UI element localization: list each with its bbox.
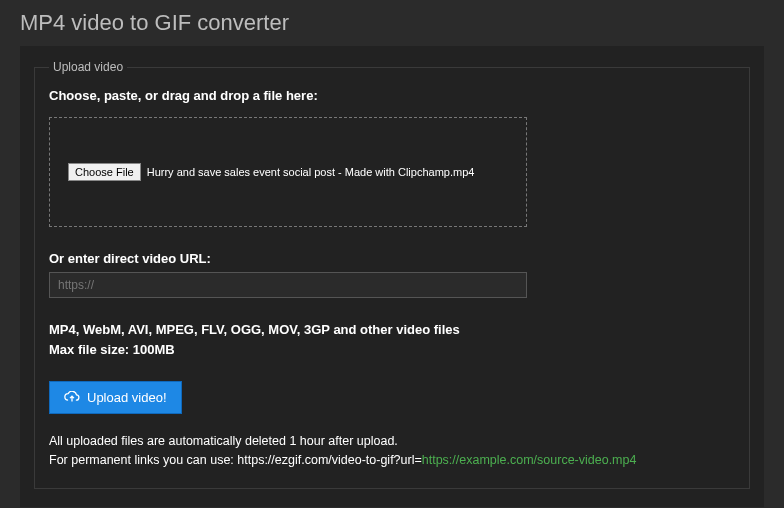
url-label: Or enter direct video URL:	[49, 251, 735, 266]
upload-legend: Upload video	[49, 60, 127, 74]
upload-button[interactable]: Upload video!	[49, 381, 182, 414]
cloud-upload-icon	[64, 391, 80, 404]
file-row: Choose File Hurry and save sales event s…	[68, 163, 474, 181]
maxsize-line: Max file size: 100MB	[49, 340, 735, 360]
choose-file-button[interactable]: Choose File	[68, 163, 141, 181]
upload-note: All uploaded files are automatically del…	[49, 432, 735, 470]
upload-button-label: Upload video!	[87, 390, 167, 405]
note-permalink: For permanent links you can use: https:/…	[49, 451, 735, 470]
supported-formats: MP4, WebM, AVI, MPEG, FLV, OGG, MOV, 3GP…	[49, 320, 735, 359]
note-permalink-prefix: For permanent links you can use: https:/…	[49, 453, 422, 467]
upload-panel: Upload video Choose, paste, or drag and …	[20, 46, 764, 507]
note-permalink-example-link[interactable]: https://example.com/source-video.mp4	[422, 453, 637, 467]
video-url-input[interactable]	[49, 272, 527, 298]
file-dropzone[interactable]: Choose File Hurry and save sales event s…	[49, 117, 527, 227]
page-title: MP4 video to GIF converter	[20, 10, 764, 36]
upload-instruction: Choose, paste, or drag and drop a file h…	[49, 88, 735, 103]
upload-fieldset: Upload video Choose, paste, or drag and …	[34, 60, 750, 489]
note-deleted: All uploaded files are automatically del…	[49, 432, 735, 451]
formats-line: MP4, WebM, AVI, MPEG, FLV, OGG, MOV, 3GP…	[49, 320, 735, 340]
selected-filename: Hurry and save sales event social post -…	[147, 166, 475, 178]
